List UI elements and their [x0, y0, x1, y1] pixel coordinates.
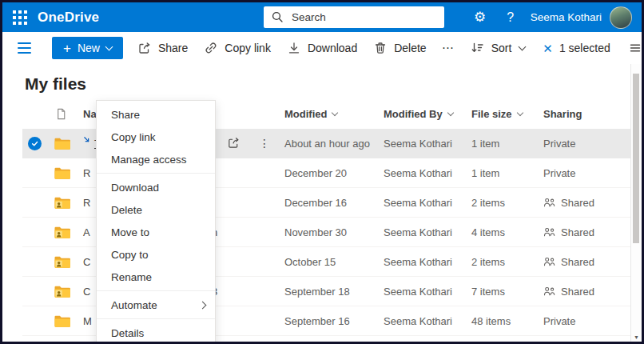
column-header-sharing[interactable]: Sharing — [543, 108, 582, 120]
modified-cell: November 30 — [284, 226, 384, 238]
menu-item-label: Share — [111, 109, 140, 121]
file-name[interactable]: C — [83, 256, 90, 268]
search-input[interactable] — [290, 10, 429, 24]
file-size-cell: 2 items — [471, 197, 543, 209]
file-name[interactable]: A — [83, 226, 90, 238]
download-button[interactable]: Download — [279, 35, 365, 61]
context-menu-item-delete[interactable]: Delete — [97, 198, 215, 221]
file-size-cell: 4 items — [471, 226, 543, 238]
dismiss-icon: ✕ — [543, 42, 553, 54]
row-selected-checkbox[interactable] — [28, 137, 42, 150]
kebab-icon: ⋮ — [259, 137, 270, 150]
app-title: OneDrive — [38, 10, 99, 26]
search-box[interactable] — [264, 6, 444, 28]
sharing-cell: Shared — [543, 286, 619, 298]
context-menu-item-details[interactable]: Details — [97, 322, 215, 344]
download-button-label: Download — [308, 42, 357, 54]
help-icon: ? — [507, 10, 514, 25]
modified-by-cell: Seema Kothari — [384, 197, 471, 209]
document-type-icon — [54, 107, 68, 121]
menu-item-label: Copy link — [111, 131, 156, 143]
view-options-button[interactable] — [620, 35, 644, 61]
sharing-cell: Shared — [543, 256, 619, 268]
copy-link-button[interactable]: Copy link — [196, 35, 279, 61]
chevron-down-icon — [516, 109, 523, 115]
top-bar-right: ⚙ ? Seema Kothari — [465, 2, 642, 32]
sort-button[interactable]: Sort — [463, 35, 534, 61]
command-bar-right: Sort ✕ 1 selected — [463, 35, 644, 61]
file-name[interactable]: M — [83, 315, 92, 327]
menu-divider — [97, 173, 215, 174]
sharing-cell: Shared — [543, 226, 619, 238]
share-button[interactable]: Share — [129, 35, 196, 61]
share-icon — [227, 136, 241, 150]
file-name[interactable]: R — [83, 167, 90, 179]
shortcut-arrow-icon — [83, 136, 91, 144]
link-icon — [204, 41, 218, 55]
page-title: My files — [25, 74, 642, 94]
row-more-actions-button[interactable]: ⋮ — [259, 138, 270, 149]
context-menu-item-move-to[interactable]: Move to — [97, 221, 215, 243]
people-icon — [543, 286, 556, 296]
context-menu-item-copy-to[interactable]: Copy to — [97, 243, 215, 266]
scrollbar-thumb[interactable] — [633, 74, 639, 243]
clear-selection-button[interactable]: ✕ 1 selected — [535, 35, 618, 61]
menu-divider — [97, 318, 215, 319]
row-share-button[interactable] — [227, 136, 241, 151]
onedrive-window: OneDrive ⚙ ? Seema Kothari + New — [0, 0, 644, 344]
modified-by-cell: Seema Kothari — [384, 138, 471, 150]
menu-item-label: Download — [111, 182, 159, 194]
nav-menu-button[interactable] — [13, 39, 36, 57]
scroll-down-arrow-icon[interactable]: ▼ — [631, 334, 642, 340]
new-button[interactable]: + New — [52, 37, 123, 59]
context-menu-item-download[interactable]: Download — [97, 176, 215, 198]
people-icon — [543, 198, 556, 207]
checkmark-icon — [31, 140, 38, 147]
context-menu-item-manage-access[interactable]: Manage access — [97, 148, 215, 170]
shared-folder-icon — [54, 196, 71, 209]
user-name: Seema Kothari — [531, 11, 602, 23]
gear-icon: ⚙ — [474, 10, 486, 24]
shared-folder-icon — [54, 255, 71, 268]
vertical-scrollbar[interactable]: ▼ — [630, 64, 642, 342]
chevron-down-icon — [519, 42, 527, 50]
settings-button[interactable]: ⚙ — [465, 2, 495, 32]
app-launcher-button[interactable] — [2, 2, 38, 32]
ellipsis-icon: ⋯ — [442, 41, 455, 54]
people-icon — [543, 257, 556, 266]
file-size-cell: 1 item — [471, 167, 543, 179]
column-header-modified-by[interactable]: Modified By — [384, 108, 453, 120]
list-view-icon — [628, 41, 642, 55]
modified-by-cell: Seema Kothari — [384, 315, 471, 327]
shared-folder-icon — [54, 226, 71, 238]
column-header-modified[interactable]: Modified — [284, 108, 337, 120]
file-name[interactable]: C — [83, 286, 90, 298]
context-menu-item-share[interactable]: Share — [97, 103, 215, 126]
avatar[interactable] — [610, 6, 632, 29]
file-size-cell: 7 items — [471, 286, 543, 298]
sharing-cell: Private — [543, 167, 619, 179]
top-bar: OneDrive ⚙ ? Seema Kothari — [2, 2, 642, 32]
context-menu-item-copy-link[interactable]: Copy link — [97, 126, 215, 148]
copy-link-button-label: Copy link — [225, 42, 271, 54]
context-menu-item-rename[interactable]: Rename — [97, 266, 215, 288]
modified-cell: September 16 — [284, 315, 384, 327]
modified-by-cell: Seema Kothari — [384, 226, 471, 238]
column-header-file-size[interactable]: File size — [471, 108, 523, 120]
delete-button[interactable]: Delete — [365, 35, 434, 61]
download-icon — [287, 41, 301, 55]
more-commands-button[interactable]: ⋯ — [435, 41, 463, 55]
file-name[interactable]: R — [83, 197, 90, 209]
context-menu-item-automate[interactable]: Automate — [97, 294, 215, 316]
plus-icon: + — [63, 42, 71, 55]
help-button[interactable]: ? — [495, 2, 526, 32]
new-button-label: New — [78, 42, 100, 54]
modified-by-cell: Seema Kothari — [384, 286, 471, 298]
menu-item-label: Delete — [111, 204, 142, 216]
modified-cell: About an hour ago — [284, 138, 384, 150]
file-size-cell: 48 items — [471, 315, 543, 327]
sort-button-label: Sort — [491, 42, 512, 54]
sharing-cell: Shared — [543, 197, 619, 209]
hamburger-icon — [18, 42, 31, 44]
file-size-cell: 2 items — [471, 256, 543, 268]
